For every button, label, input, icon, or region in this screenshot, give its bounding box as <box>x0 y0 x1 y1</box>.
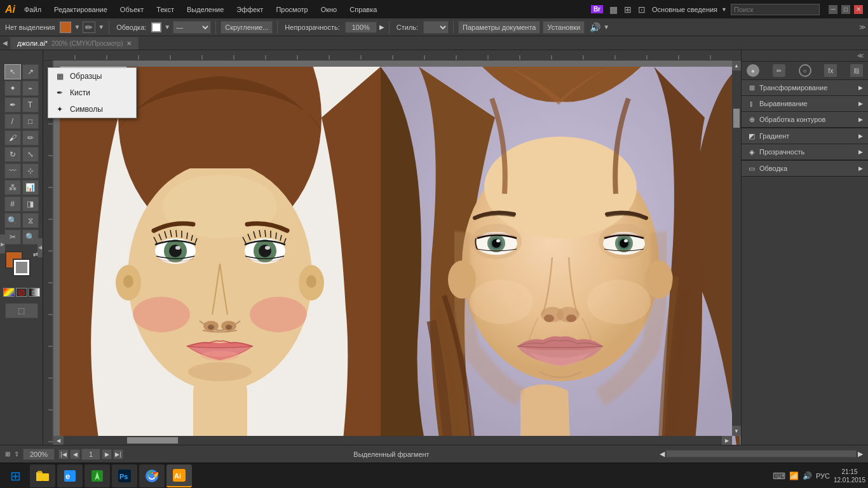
color-mode-color[interactable]: ◻ <box>3 288 15 297</box>
scissors-tool[interactable]: ✂ <box>4 229 21 245</box>
keyboard-tray-icon[interactable]: ⌨ <box>773 471 785 481</box>
rect-tool[interactable]: □ <box>22 114 39 129</box>
workspace-label[interactable]: Основные сведения <box>652 6 717 13</box>
speaker-icon[interactable]: 🔊 <box>590 22 600 32</box>
doc-params-button[interactable]: Параметры документа <box>458 21 540 34</box>
vscroll-down[interactable]: ▼ <box>732 426 741 436</box>
illustrator-taskbar-button[interactable]: Ai <box>166 464 192 487</box>
menu-effect[interactable]: Эффект <box>234 4 266 15</box>
nav-first[interactable]: |◀ <box>58 449 69 459</box>
photoshop-button[interactable]: Ps <box>112 464 137 487</box>
scale-tool[interactable]: ⤡ <box>22 147 39 162</box>
paintbrush-tool[interactable]: 🖌 <box>4 130 21 146</box>
tab-close-button[interactable]: ✕ <box>126 40 132 47</box>
right-panel-handle[interactable]: ▶ <box>0 234 5 254</box>
pen-tool[interactable]: ✒ <box>4 97 21 112</box>
magic-wand-tool[interactable]: ✦ <box>4 81 21 96</box>
panel-fx-icon[interactable]: fx <box>824 64 837 77</box>
screen-mode-icon[interactable]: ⬚ <box>5 303 38 318</box>
selection-tool[interactable]: ↖ <box>4 64 21 79</box>
screen-mode-btn[interactable]: ⬚ <box>5 303 38 318</box>
menu-edit[interactable]: Редактирование <box>51 4 110 15</box>
zoom-tool[interactable]: 🔍 <box>22 229 39 245</box>
status-arrow-right[interactable]: ▶ <box>858 450 863 458</box>
fill-arrow[interactable]: ▼ <box>74 24 80 30</box>
right-panel-collapse[interactable]: ≪ <box>855 51 865 60</box>
menu-text[interactable]: Текст <box>154 4 177 15</box>
warp-tool[interactable]: 〰 <box>4 163 21 179</box>
type-tool[interactable]: T <box>22 97 39 112</box>
windows-start-button[interactable]: ⊞ <box>3 464 28 487</box>
style-select[interactable] <box>423 21 449 34</box>
hscroll-left[interactable]: ◀ <box>53 436 64 445</box>
file-explorer-button[interactable] <box>30 464 55 487</box>
stroke-color-box[interactable] <box>151 22 161 32</box>
direct-selection-tool[interactable]: ↗ <box>22 64 39 79</box>
stroke-swatch[interactable] <box>13 259 31 276</box>
column-graph-tool[interactable]: 📊 <box>22 180 39 195</box>
chrome-button[interactable] <box>139 464 165 487</box>
panel-link-icon[interactable]: ⛓ <box>850 64 863 77</box>
opacity-input[interactable] <box>345 22 377 33</box>
free-transform-tool[interactable]: ⊹ <box>22 163 39 179</box>
popup-item-brushes[interactable]: ✒ Кисти <box>48 85 136 101</box>
stroke-select[interactable]: — <box>173 21 211 34</box>
horizontal-scrollbar[interactable]: ◀ ▶ <box>53 436 732 445</box>
hscroll-right[interactable]: ▶ <box>722 436 732 445</box>
lasso-tool[interactable]: ⌁ <box>22 81 39 96</box>
nav-prev[interactable]: ◀ <box>70 449 80 459</box>
panel-header-stroke[interactable]: ▭ Обводка ▶ <box>742 161 868 176</box>
menu-select[interactable]: Выделение <box>184 4 226 15</box>
blend-tool[interactable]: ⧖ <box>22 213 39 228</box>
nav-last[interactable]: ▶| <box>113 449 123 459</box>
nav-next[interactable]: ▶ <box>102 449 112 459</box>
status-arrow-left[interactable]: ◀ <box>660 450 665 458</box>
panel-edit-icon[interactable]: ✏ <box>773 64 785 77</box>
gradient-tool[interactable]: ◨ <box>22 196 39 212</box>
search-input[interactable] <box>731 4 820 15</box>
panel-header-align[interactable]: ⫿ Выравнивание ▶ <box>742 96 868 111</box>
menu-window[interactable]: Окно <box>318 4 340 15</box>
color-mode-gradient[interactable]: ◻ <box>29 288 40 297</box>
status-scrolltrack[interactable] <box>666 450 857 458</box>
vscroll-up[interactable]: ▲ <box>732 60 741 71</box>
panel-header-transform[interactable]: ⊞ Трансформирование ▶ <box>742 80 868 95</box>
panel-header-transparency[interactable]: ◈ Прозрачность ▶ <box>742 144 868 159</box>
hscroll-thumb[interactable] <box>127 437 178 444</box>
panel-color-icon[interactable]: ● <box>747 64 759 77</box>
symbol-sprayer-tool[interactable]: ⁂ <box>4 180 21 195</box>
mesh-tool[interactable]: # <box>4 196 21 212</box>
menu-help[interactable]: Справка <box>347 4 379 15</box>
rounding-button[interactable]: Скругление... <box>220 21 273 34</box>
brush-arrow[interactable]: ▼ <box>98 24 104 30</box>
line-tool[interactable]: / <box>4 114 21 129</box>
eyedropper-tool[interactable]: 🔍 <box>4 213 21 228</box>
volume-tray-icon[interactable]: 🔊 <box>803 471 812 480</box>
panel-header-pathfinder[interactable]: ⊕ Обработка контуров ▶ <box>742 112 868 127</box>
minimize-button[interactable]: ─ <box>829 5 837 14</box>
menu-view[interactable]: Просмотр <box>273 4 310 15</box>
network-tray-icon[interactable]: 📶 <box>789 471 799 480</box>
left-panel-collapse[interactable]: ◀ <box>37 238 43 257</box>
speaker-arrow[interactable]: ▼ <box>603 24 609 30</box>
menu-file[interactable]: Файл <box>22 4 44 15</box>
vertical-scrollbar[interactable]: ▲ ▼ <box>732 60 741 436</box>
panel-header-gradient[interactable]: ◩ Градиент ▶ <box>742 128 868 144</box>
zoom-input[interactable] <box>23 449 55 460</box>
document-tab[interactable]: джоли.ai* 200% (CMYK/Просмотр) ✕ <box>10 37 139 50</box>
statusbar-nav1[interactable]: ⊞ <box>5 451 10 458</box>
statusbar-nav2[interactable]: ⇧ <box>14 451 19 458</box>
maximize-button[interactable]: □ <box>841 5 850 14</box>
stroke-arrow[interactable]: ▼ <box>164 24 170 30</box>
pencil-tool[interactable]: ✏ <box>22 130 39 146</box>
tab-nav-left[interactable]: ◀ <box>3 39 8 46</box>
settings-button[interactable]: Установки <box>543 21 585 34</box>
menu-object[interactable]: Объект <box>118 4 146 15</box>
rotate-tool[interactable]: ↻ <box>4 147 21 162</box>
close-button[interactable]: ✕ <box>854 5 863 14</box>
language-indicator[interactable]: РУС <box>816 472 830 480</box>
popup-item-symbols[interactable]: ✦ Символы <box>48 101 136 118</box>
panel-circle-icon[interactable]: ○ <box>799 64 811 77</box>
clock-display[interactable]: 21:15 12.01.2015 <box>834 468 865 484</box>
green-app-button[interactable] <box>85 464 110 487</box>
